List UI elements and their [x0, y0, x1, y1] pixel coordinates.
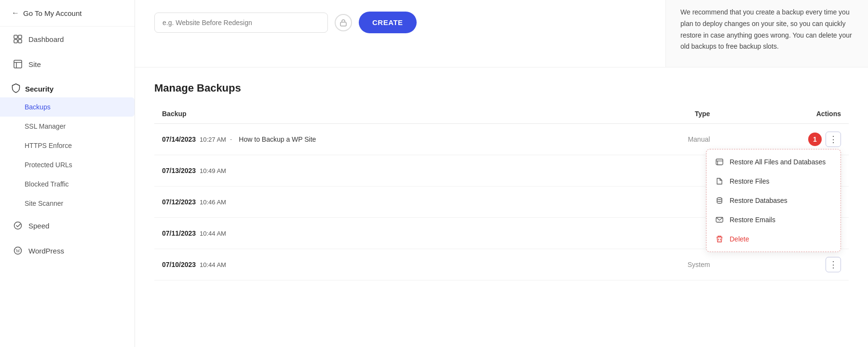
three-dots-button[interactable]: ⋮	[826, 257, 841, 272]
type-cell: Manual	[615, 124, 718, 155]
col-type: Type	[615, 104, 718, 124]
backup-time: 10:49 AM	[200, 167, 226, 174]
sidebar-site-label: Site	[28, 60, 41, 68]
main-content: CREATE We recommend that you create a ba…	[135, 0, 868, 347]
info-panel: We recommend that you create a backup ev…	[665, 0, 868, 67]
delete-icon	[715, 235, 724, 243]
https-enforce-label: HTTPS Enforce	[25, 142, 72, 149]
back-link[interactable]: ← Go To My Account	[0, 0, 135, 27]
backup-cell: 07/12/2023 10:46 AM	[154, 187, 615, 218]
actions-cell: 1 ⋮	[718, 124, 849, 155]
type-cell: System	[615, 249, 718, 280]
sidebar-item-dashboard[interactable]: Dashboard	[0, 27, 135, 52]
backup-date: 07/14/2023	[162, 135, 196, 143]
backup-cell: 07/11/2023 10:44 AM	[154, 218, 615, 249]
table-row: 07/14/2023 10:27 AM - How to Backup a WP…	[154, 124, 849, 155]
dropdown-item-restore-all[interactable]: Restore All Files and Databases	[706, 152, 841, 172]
lock-icon[interactable]	[335, 14, 352, 31]
top-area: CREATE We recommend that you create a ba…	[135, 0, 868, 67]
speed-icon	[13, 221, 23, 230]
sidebar-security-label: Security	[25, 85, 54, 93]
backup-date: 07/11/2023	[162, 229, 196, 237]
table-row: 07/10/2023 10:44 AM System ⋮	[154, 249, 849, 280]
backup-time: 10:44 AM	[200, 261, 226, 268]
wordpress-icon: W	[13, 246, 23, 255]
svg-rect-1	[18, 35, 22, 39]
separator: -	[230, 135, 232, 143]
restore-db-icon	[715, 196, 724, 205]
backup-cell: 07/13/2023 10:49 AM	[154, 155, 615, 187]
blocked-traffic-label: Blocked Traffic	[25, 180, 69, 188]
restore-emails-label: Restore Emails	[730, 216, 775, 224]
type-text: System	[688, 261, 710, 268]
sidebar-item-site[interactable]: Site	[0, 52, 135, 77]
manage-title: Manage Backups	[154, 82, 849, 94]
backup-time: 10:44 AM	[200, 230, 226, 237]
dropdown-menu: Restore All Files and Databases	[706, 149, 841, 252]
backup-cell: 07/10/2023 10:44 AM	[154, 249, 615, 280]
col-backup: Backup	[154, 104, 615, 124]
sidebar-wordpress-label: WordPress	[28, 247, 64, 255]
create-area: CREATE	[135, 0, 665, 67]
restore-files-label: Restore Files	[730, 177, 769, 185]
restore-emails-icon	[715, 215, 724, 224]
backup-date: 07/12/2023	[162, 198, 196, 206]
svg-point-14	[717, 198, 722, 200]
dropdown-item-delete[interactable]: Delete	[706, 229, 841, 249]
svg-text:W: W	[16, 248, 21, 254]
backup-date: 07/13/2023	[162, 167, 196, 174]
sidebar: ← Go To My Account Dashboard Site	[0, 0, 135, 347]
sidebar-item-https-enforce[interactable]: HTTPS Enforce	[0, 136, 135, 155]
dashboard-icon	[13, 34, 23, 44]
restore-files-icon	[715, 177, 724, 186]
sidebar-item-backups[interactable]: Backups	[0, 97, 135, 117]
three-dots-button[interactable]: ⋮	[826, 132, 841, 147]
backup-cell: 07/14/2023 10:27 AM - How to Backup a WP…	[154, 124, 615, 155]
sidebar-security-section[interactable]: Security	[0, 77, 135, 97]
svg-rect-11	[716, 159, 723, 165]
svg-rect-3	[18, 40, 22, 43]
col-actions: Actions	[718, 104, 849, 124]
backup-date: 07/10/2023	[162, 261, 196, 268]
svg-rect-4	[14, 60, 22, 68]
action-badge-1: 1	[808, 133, 822, 146]
dropdown-item-restore-db[interactable]: Restore Databases	[706, 191, 841, 210]
sidebar-speed-label: Speed	[28, 222, 49, 230]
delete-label: Delete	[730, 235, 749, 243]
restore-all-icon	[715, 158, 724, 166]
back-link-label: Go To My Account	[23, 9, 81, 17]
backups-label: Backups	[25, 103, 51, 111]
ssl-manager-label: SSL Manager	[25, 122, 66, 130]
sidebar-item-speed[interactable]: Speed	[0, 213, 135, 238]
create-row: CREATE	[154, 7, 646, 33]
restore-all-label: Restore All Files and Databases	[730, 158, 826, 166]
type-cell	[615, 155, 718, 187]
backup-time: 10:46 AM	[200, 199, 226, 206]
sidebar-item-blocked-traffic[interactable]: Blocked Traffic	[0, 174, 135, 194]
svg-rect-10	[340, 22, 346, 26]
svg-point-7	[14, 222, 22, 229]
create-button[interactable]: CREATE	[359, 12, 417, 33]
protected-urls-label: Protected URLs	[25, 161, 72, 169]
sidebar-item-site-scanner[interactable]: Site Scanner	[0, 194, 135, 213]
restore-db-label: Restore Databases	[730, 197, 787, 204]
actions-wrapper: ⋮	[725, 257, 841, 272]
backup-time: 10:27 AM	[200, 136, 226, 143]
backup-name-input[interactable]	[154, 13, 328, 33]
backup-table: Backup Type Actions 07/14/2023 10:27 AM …	[154, 104, 849, 280]
actions-wrapper: 1 ⋮	[725, 132, 841, 147]
type-cell	[615, 187, 718, 218]
info-text: We recommend that you create a backup ev…	[680, 7, 854, 53]
site-icon	[13, 59, 23, 69]
dropdown-item-restore-emails[interactable]: Restore Emails	[706, 210, 841, 229]
back-arrow-icon: ←	[12, 9, 19, 17]
site-scanner-label: Site Scanner	[25, 200, 63, 207]
sidebar-item-ssl-manager[interactable]: SSL Manager	[0, 117, 135, 136]
svg-rect-2	[14, 40, 17, 43]
manage-section: Manage Backups Backup Type Actions 07/14…	[135, 67, 868, 347]
dropdown-item-restore-files[interactable]: Restore Files	[706, 172, 841, 191]
type-cell	[615, 218, 718, 249]
sidebar-item-protected-urls[interactable]: Protected URLs	[0, 155, 135, 174]
actions-cell: ⋮	[718, 249, 849, 280]
sidebar-item-wordpress[interactable]: W WordPress	[0, 238, 135, 263]
